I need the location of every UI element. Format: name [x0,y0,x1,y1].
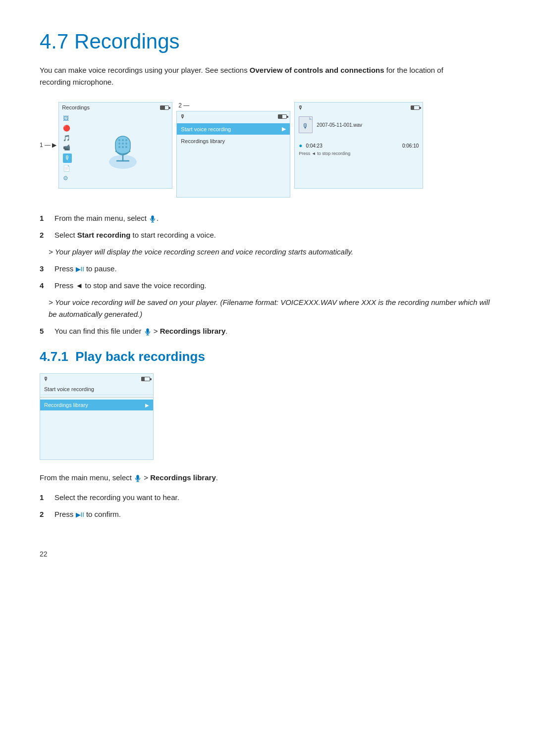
playback-screen: 🎙 Start voice recording Recordings libra… [40,373,154,460]
time-total: 0:06:10 [402,143,419,149]
screen2-highlight-item: Start voice recording ▶ [177,123,290,135]
screen3-file-info: 🎙 2007-05-11-001.wav [299,116,419,133]
svg-point-7 [125,143,127,145]
playback-instructions-list: 1 Select the recording you want to hear.… [40,492,495,520]
page-number: 22 [40,550,495,558]
playback-item-highlight: Recordings library ▶ [40,400,153,410]
screen3-device: 🎙 🎙 2007-05-11-001.wav ● 0:04:23 0:06:10… [294,102,423,189]
step1-label: 1 — ▶ [40,142,56,149]
instructions-list: 1 From the main menu, select . 2 Select … [40,212,495,337]
instr-text-2: Select Start recording to start recordin… [54,229,216,241]
icon-mic-selected: 🎙 [63,153,72,163]
instruction-5: 5 You can find this file under > Recordi… [40,325,495,337]
icon-video: 📹 [63,144,72,152]
arrow-right-icon: ▶ [282,126,286,132]
instr-text-3: Press ▶II to pause. [54,263,117,275]
playback-instr-text-2: Press ▶II to confirm. [54,508,121,520]
filename: 2007-05-11-001.wav [317,122,362,128]
icon-music: 🎵 [63,134,72,143]
screen1-title: Recordings [62,104,90,110]
screen2-device: 🎙 Start voice recording ▶ Recordings lib… [176,111,290,198]
svg-point-3 [122,139,124,141]
playback-instruction-1: 1 Select the recording you want to hear. [40,492,495,504]
playback-instruction-2: 2 Press ▶II to confirm. [40,508,495,520]
screen2-col: 2 — 🎙 Start voice recording ▶ Recordings… [176,102,290,198]
playback-screen-header: 🎙 [40,374,153,384]
playback-arrow-right: ▶ [145,403,149,408]
section-title: 4.7 Recordings [40,30,495,53]
instr-num-2: 2 [40,229,52,241]
screen3-body: 🎙 2007-05-11-001.wav ● 0:04:23 0:06:10 P… [295,112,423,160]
playback-item-start: Start voice recording [40,384,153,395]
svg-point-5 [118,143,120,145]
battery-icon-3 [411,105,420,110]
svg-rect-16 [146,328,149,333]
progress-dot: ● [299,142,302,149]
instr-num-4: 4 [40,280,52,292]
instruction-3: 3 Press ▶II to pause. [40,263,495,275]
playback-divider [40,397,153,398]
intro-text-1: You can make voice recordings using your… [40,66,250,74]
screen1-icon-list: 🖼 🔴 🎵 📹 🎙 📄 ⚙ [63,114,72,183]
instr-num-1: 1 [40,212,52,224]
svg-point-10 [125,146,127,148]
playback-instr-num-2: 2 [40,508,52,520]
icon-photo: 🖼 [63,114,72,123]
svg-rect-19 [136,475,139,479]
svg-point-8 [118,146,120,148]
play-pause-icon-2: ▶II [76,510,84,520]
battery-icon-playback [141,377,150,381]
screen1-header: Recordings [59,102,172,112]
screen1-device: Recordings 🖼 🔴 🎵 📹 🎙 📄 ⚙ [58,102,172,189]
screen1-body: 🖼 🔴 🎵 📹 🎙 📄 ⚙ [59,112,172,185]
screen1-mic-image [74,114,172,183]
instruction-arrow-1: Your player will display the voice recor… [40,246,495,258]
file-mic-icon: 🎙 [299,117,312,133]
mic-icon-inline-2 [144,328,152,336]
instruction-4: 4 Press ◄ to stop and save the voice rec… [40,280,495,292]
intro-paragraph: You can make voice recordings using your… [40,64,466,88]
arrow-prefix: > [49,298,55,306]
playback-intro: From the main menu, select > Recordings … [40,472,495,484]
instruction-arrow-2: > Your voice recording will be saved on … [40,297,495,320]
screen2-recordings-library: Recordings library [177,136,290,147]
instr-text-4: Press ◄ to stop and save the voice recor… [54,280,207,292]
icon-record: 🔴 [63,124,72,133]
battery-icon-1 [160,105,169,110]
svg-point-2 [118,139,120,141]
icon-settings: ⚙ [63,174,72,183]
instruction-1: 1 From the main menu, select . [40,212,495,224]
playback-instr-text-1: Select the recording you want to hear. [54,492,179,504]
screen3-header: 🎙 [295,102,423,112]
start-recording-bold: Start recording [77,231,131,239]
playback-highlight-text: Recordings library [44,402,88,408]
icon-file: 📄 [63,164,72,173]
svg-rect-13 [151,215,154,220]
subsection-title: 4.7.1 Play back recordings [40,349,495,364]
playback-recordings-library-bold: Recordings library [150,473,216,482]
svg-point-6 [122,143,124,145]
mic-icon-inline-3 [134,474,142,482]
time-current: 0:04:23 [306,143,322,149]
file-icon: 🎙 [299,116,313,133]
play-pause-icon-1: ▶II [76,264,84,275]
device-screenshots-row: 1 — ▶ Recordings 🖼 🔴 🎵 📹 🎙 📄 ⚙ [40,102,495,198]
instr-text-5: You can find this file under > Recording… [54,325,227,337]
playback-instr-num-1: 1 [40,492,52,504]
instr-text-1: From the main menu, select . [54,212,159,224]
screen2-body: Start voice recording ▶ Recordings libra… [177,121,290,149]
screen3-progress: ● 0:04:23 0:06:10 [299,142,419,149]
screen2-header: 🎙 [177,111,290,121]
svg-point-4 [125,139,127,141]
recordings-library-bold: Recordings library [160,327,226,335]
svg-point-9 [122,146,124,148]
instr-num-5: 5 [40,325,52,337]
intro-bold: Overview of controls and connections [250,66,384,74]
step2-label: 2 — [178,102,189,109]
instr-num-3: 3 [40,263,52,275]
stop-text: Press ◄ to stop recording [299,151,419,156]
instruction-2: 2 Select Start recording to start record… [40,229,495,241]
battery-icon-2 [278,114,287,119]
mic-icon-inline-1 [149,215,157,223]
